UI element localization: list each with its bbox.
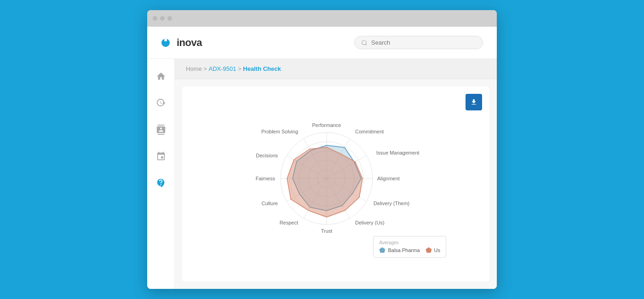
- logo-icon: [161, 36, 174, 49]
- legend-icon-balsa: [379, 247, 385, 253]
- download-icon: [470, 98, 477, 106]
- dot-yellow: [160, 16, 165, 21]
- main-area: Home > ADX-9501 > Health Check: [175, 59, 497, 289]
- app-header: inova: [147, 27, 497, 59]
- legend-items: Balsa Pharma Us: [379, 247, 440, 253]
- svg-text:Decisions: Decisions: [256, 153, 278, 158]
- breadcrumb-home: Home: [186, 65, 202, 72]
- sidebar-item-org[interactable]: [153, 148, 169, 165]
- search-input[interactable]: [371, 39, 476, 46]
- svg-text:Fairness: Fairness: [256, 176, 276, 181]
- radar-chart: Performance Commitment Issue Management …: [225, 110, 446, 258]
- svg-text:Commitment: Commitment: [355, 129, 384, 134]
- logo-area: inova: [161, 36, 202, 49]
- svg-text:Performance: Performance: [312, 122, 341, 128]
- svg-text:Trust: Trust: [321, 228, 333, 234]
- chart-section: Performance Commitment Issue Management …: [182, 86, 489, 282]
- download-button[interactable]: [466, 94, 482, 110]
- breadcrumb-sep1: >: [203, 65, 208, 72]
- app-content: Home > ADX-9501 > Health Check: [147, 59, 497, 289]
- radar-container: Performance Commitment Issue Management …: [191, 96, 480, 272]
- logo-text: inova: [177, 37, 202, 49]
- sidebar-item-home[interactable]: [153, 68, 169, 85]
- legend-item-us: Us: [426, 247, 440, 253]
- sidebar: [147, 59, 175, 289]
- browser-titlebar: [147, 10, 497, 27]
- svg-line-3: [366, 44, 367, 45]
- browser-window: inova: [147, 10, 497, 289]
- svg-point-1: [164, 39, 167, 41]
- search-bar[interactable]: [354, 36, 483, 49]
- svg-text:Delivery (Us): Delivery (Us): [355, 220, 385, 225]
- legend-label-us: Us: [434, 247, 440, 253]
- legend-title: Averages: [379, 240, 440, 245]
- svg-text:Issue Management: Issue Management: [376, 150, 420, 155]
- dot-red: [153, 16, 157, 21]
- breadcrumb-project[interactable]: ADX-9501: [209, 65, 236, 72]
- dot-green: [167, 16, 172, 21]
- legend-label-balsa: Balsa Pharma: [388, 247, 420, 253]
- svg-marker-35: [380, 247, 385, 253]
- svg-point-2: [362, 40, 366, 44]
- svg-text:Delivery (Them): Delivery (Them): [374, 201, 409, 206]
- svg-marker-36: [426, 247, 431, 253]
- sidebar-item-contacts[interactable]: [153, 121, 169, 138]
- browser-body: inova: [147, 27, 497, 289]
- sidebar-item-handshake[interactable]: [153, 175, 169, 191]
- legend-box: Averages Balsa Pharma: [373, 236, 446, 258]
- search-icon: [361, 40, 368, 46]
- sidebar-item-chart[interactable]: [153, 95, 169, 111]
- radar-svg: Performance Commitment Issue Management …: [225, 110, 446, 248]
- legend-item-balsa: Balsa Pharma: [379, 247, 420, 253]
- svg-text:Alignment: Alignment: [377, 176, 400, 181]
- breadcrumb: Home > ADX-9501 > Health Check: [175, 59, 497, 79]
- svg-text:Respect: Respect: [280, 220, 298, 225]
- breadcrumb-current: Health Check: [243, 65, 281, 72]
- svg-text:Culture: Culture: [262, 201, 278, 206]
- legend-icon-us: [426, 247, 432, 253]
- breadcrumb-sep2: >: [238, 65, 243, 72]
- svg-text:Problem Solving: Problem Solving: [261, 129, 298, 134]
